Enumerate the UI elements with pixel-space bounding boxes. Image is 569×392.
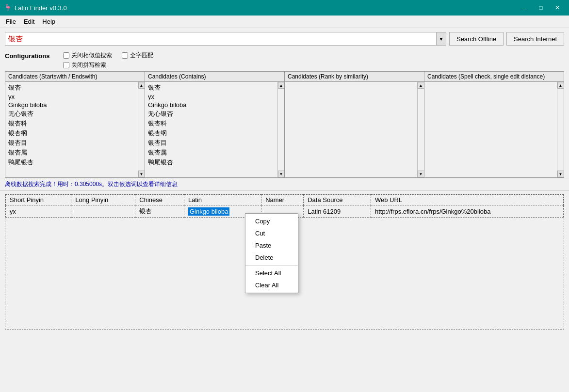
checkbox-spell-check[interactable] — [63, 62, 69, 68]
list-item[interactable]: 银杏 — [7, 83, 136, 93]
th-latin: Latin — [184, 195, 261, 205]
context-menu-separator — [245, 265, 298, 266]
list-item[interactable]: 鸭尾银杏 — [7, 157, 136, 167]
list-item[interactable]: 银杏科 — [7, 119, 136, 128]
list-item[interactable]: Ginkgo biloba — [147, 101, 276, 109]
table-header-row: Short Pinyin Long Pinyin Chinese Latin N… — [6, 195, 564, 205]
title-bar: 🦩 Latin Finder v0.3.0 ─ □ ✕ — [0, 0, 569, 16]
list-item[interactable]: Ginkgo biloba — [7, 101, 136, 109]
scrollbar-track-3 — [418, 89, 424, 171]
config-label: Configurations — [5, 51, 53, 60]
list-item[interactable]: 银杏 — [147, 83, 276, 93]
list-item[interactable]: 银杏纲 — [147, 128, 276, 138]
context-menu-clear-all[interactable]: Clear All — [245, 279, 298, 291]
list-item[interactable]: 鸭尾银杏 — [147, 157, 276, 167]
checkbox-row-1: 关闭相似值搜索 — [63, 51, 112, 60]
candidates-col4-list-wrapper: ▲ ▼ — [424, 82, 564, 177]
list-item[interactable]: 银杏目 — [147, 138, 276, 148]
config-checkboxes: 关闭相似值搜索 关闭拼写检索 — [63, 51, 112, 69]
td-long-pinyin — [71, 205, 135, 218]
candidates-col2-list[interactable]: 银杏yxGinkgo biloba无心银杏银杏科银杏纲银杏目银杏属鸭尾银杏 — [145, 82, 277, 177]
candidates-col2-list-wrapper: 银杏yxGinkgo biloba无心银杏银杏科银杏纲银杏目银杏属鸭尾银杏 ▲ … — [145, 82, 284, 177]
minimize-button[interactable]: ─ — [517, 3, 532, 13]
td-web-url: http://frps.eflora.cn/frps/Ginkgo%20bilo… — [371, 205, 563, 218]
td-chinese: 银杏 — [135, 205, 184, 218]
list-item[interactable]: 银杏目 — [7, 138, 136, 148]
scrollbar-down-2[interactable]: ▼ — [278, 171, 285, 177]
scrollbar-down-1[interactable]: ▼ — [138, 171, 145, 177]
context-menu-select-all[interactable]: Select All — [245, 267, 298, 279]
context-menu: Copy Cut Paste Delete Select All Clear A… — [245, 213, 298, 293]
scrollbar-up-3[interactable]: ▲ — [418, 82, 424, 89]
checkbox-fuzzy-search[interactable] — [63, 52, 69, 59]
configurations-area: Configurations 关闭相似值搜索 关闭拼写检索 全字匹配 — [0, 49, 569, 71]
scrollbar-down-4[interactable]: ▼ — [557, 171, 564, 177]
scrollbar-up-1[interactable]: ▲ — [138, 82, 145, 89]
list-item[interactable]: 无心银杏 — [147, 109, 276, 119]
menu-help[interactable]: Help — [38, 17, 59, 26]
scrollbar-up-2[interactable]: ▲ — [278, 82, 285, 89]
candidates-col3-list[interactable] — [285, 82, 417, 177]
search-internet-button[interactable]: Search Internet — [506, 32, 564, 46]
candidates-col2-header: Candidates (Contains) — [145, 72, 284, 82]
list-item[interactable]: 银杏科 — [147, 119, 276, 128]
context-menu-copy[interactable]: Copy — [245, 215, 298, 227]
candidates-col-4: Candidates (Spell check, single edit dis… — [424, 71, 564, 178]
scrollbar-track-1 — [138, 89, 145, 171]
menu-edit[interactable]: Edit — [20, 17, 38, 26]
list-item[interactable]: 无心银杏 — [7, 109, 136, 119]
status-bar: 离线数据搜索完成！用时：0.305000s。双击候选词以查看详细信息 — [0, 178, 569, 191]
search-input[interactable] — [5, 34, 436, 44]
th-long-pinyin: Long Pinyin — [71, 195, 135, 205]
list-item[interactable]: yx — [7, 93, 136, 101]
context-menu-delete[interactable]: Delete — [245, 251, 298, 264]
candidates-col1-list-wrapper: 银杏yxGinkgo biloba无心银杏银杏科银杏纲银杏目银杏属鸭尾银杏 ▲ … — [5, 82, 145, 177]
scrollbar-track-2 — [278, 89, 284, 171]
menu-file[interactable]: File — [2, 17, 20, 26]
status-text: 离线数据搜索完成！用时：0.305000s。双击候选词以查看详细信息 — [5, 181, 178, 188]
th-chinese: Chinese — [135, 195, 184, 205]
search-dropdown-button[interactable]: ▼ — [436, 32, 446, 45]
checkbox-full-match[interactable] — [122, 52, 128, 59]
th-short-pinyin: Short Pinyin — [6, 195, 71, 205]
search-combobox[interactable]: ▼ — [5, 32, 446, 46]
candidates-col1-list[interactable]: 银杏yxGinkgo biloba无心银杏银杏科银杏纲银杏目银杏属鸭尾银杏 — [5, 82, 138, 177]
th-namer: Namer — [261, 195, 304, 205]
search-offline-button[interactable]: Search Offline — [449, 32, 504, 46]
list-item[interactable]: 银杏属 — [147, 148, 276, 157]
config-checkboxes-2: 全字匹配 — [122, 51, 153, 60]
list-item[interactable]: 银杏纲 — [7, 128, 136, 138]
candidates-col3-scrollbar: ▲ ▼ — [417, 82, 424, 177]
title-bar-left: 🦩 Latin Finder v0.3.0 — [4, 4, 67, 12]
menu-bar: File Edit Help — [0, 16, 569, 28]
checkbox-full-match-label: 全字匹配 — [130, 51, 153, 60]
close-button[interactable]: ✕ — [550, 3, 565, 13]
app-title: Latin Finder v0.3.0 — [15, 4, 67, 12]
candidates-col1-header: Candidates (Startswith / Endswith) — [5, 72, 145, 82]
candidates-col4-list[interactable] — [424, 82, 557, 177]
list-item[interactable]: yx — [147, 93, 276, 101]
checkbox-row-3: 全字匹配 — [122, 51, 153, 60]
scrollbar-up-4[interactable]: ▲ — [557, 82, 564, 89]
td-data-source: Latin 61209 — [304, 205, 371, 218]
data-area: Short Pinyin Long Pinyin Chinese Latin N… — [0, 194, 569, 329]
context-menu-cut[interactable]: Cut — [245, 227, 298, 239]
checkbox-spell-label: 关闭拼写检索 — [71, 61, 106, 69]
maximize-button[interactable]: □ — [533, 3, 549, 13]
th-web-url: Web URL — [371, 195, 563, 205]
title-bar-controls: ─ □ ✕ — [517, 3, 565, 13]
candidates-col-3: Candidates (Rank by similarity) ▲ ▼ — [284, 71, 424, 178]
candidates-col4-header: Candidates (Spell check, single edit dis… — [424, 72, 564, 82]
scrollbar-track-4 — [557, 89, 564, 171]
candidates-col4-scrollbar: ▲ ▼ — [557, 82, 564, 177]
candidates-col-1: Candidates (Startswith / Endswith) 银杏yxG… — [5, 71, 145, 178]
list-item[interactable]: 银杏属 — [7, 148, 136, 157]
scrollbar-down-3[interactable]: ▼ — [418, 171, 424, 177]
td-short-pinyin: yx — [6, 205, 71, 218]
candidates-col-2: Candidates (Contains) 银杏yxGinkgo biloba无… — [145, 71, 285, 178]
candidates-area: Candidates (Startswith / Endswith) 银杏yxG… — [0, 71, 569, 178]
checkbox-fuzzy-label: 关闭相似值搜索 — [71, 51, 112, 60]
candidates-col3-list-wrapper: ▲ ▼ — [285, 82, 424, 177]
th-data-source: Data Source — [304, 195, 371, 205]
context-menu-paste[interactable]: Paste — [245, 239, 298, 251]
